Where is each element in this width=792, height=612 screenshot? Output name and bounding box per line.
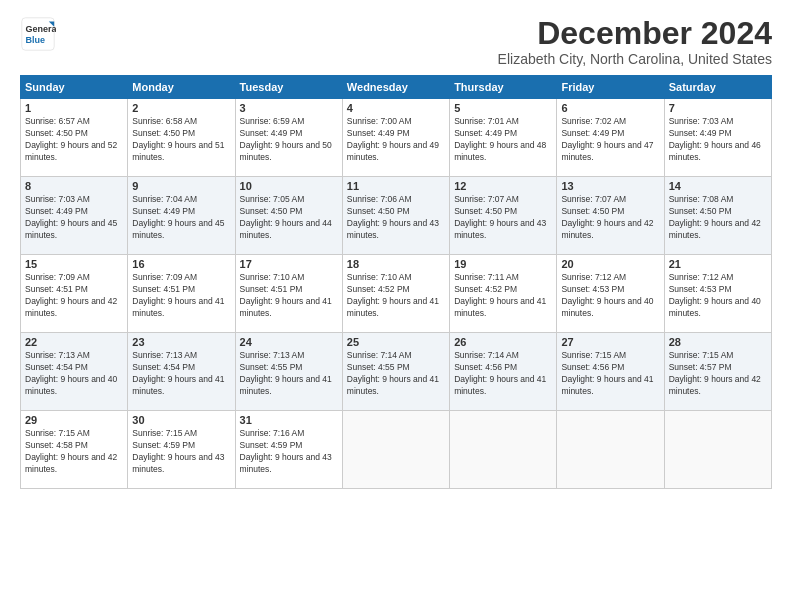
day-number: 16 — [132, 258, 230, 270]
col-header-monday: Monday — [128, 76, 235, 99]
daylight-label: Daylight: 9 hours and 40 minutes. — [561, 296, 653, 318]
calendar-cell — [664, 411, 771, 489]
sunset-label: Sunset: 4:49 PM — [240, 128, 303, 138]
sunrise-label: Sunrise: 7:15 AM — [669, 350, 734, 360]
sunset-label: Sunset: 4:49 PM — [25, 206, 88, 216]
calendar-cell: 4 Sunrise: 7:00 AM Sunset: 4:49 PM Dayli… — [342, 99, 449, 177]
calendar-cell — [557, 411, 664, 489]
calendar-cell: 27 Sunrise: 7:15 AM Sunset: 4:56 PM Dayl… — [557, 333, 664, 411]
day-info: Sunrise: 7:05 AM Sunset: 4:50 PM Dayligh… — [240, 194, 338, 242]
day-number: 19 — [454, 258, 552, 270]
calendar-cell: 14 Sunrise: 7:08 AM Sunset: 4:50 PM Dayl… — [664, 177, 771, 255]
day-number: 12 — [454, 180, 552, 192]
daylight-label: Daylight: 9 hours and 43 minutes. — [132, 452, 224, 474]
calendar-week-1: 1 Sunrise: 6:57 AM Sunset: 4:50 PM Dayli… — [21, 99, 772, 177]
day-info: Sunrise: 7:08 AM Sunset: 4:50 PM Dayligh… — [669, 194, 767, 242]
day-number: 20 — [561, 258, 659, 270]
sunset-label: Sunset: 4:50 PM — [454, 206, 517, 216]
sunrise-label: Sunrise: 7:14 AM — [347, 350, 412, 360]
sunrise-label: Sunrise: 7:13 AM — [25, 350, 90, 360]
day-info: Sunrise: 6:58 AM Sunset: 4:50 PM Dayligh… — [132, 116, 230, 164]
daylight-label: Daylight: 9 hours and 45 minutes. — [132, 218, 224, 240]
daylight-label: Daylight: 9 hours and 43 minutes. — [240, 452, 332, 474]
day-info: Sunrise: 7:03 AM Sunset: 4:49 PM Dayligh… — [25, 194, 123, 242]
daylight-label: Daylight: 9 hours and 41 minutes. — [347, 296, 439, 318]
day-info: Sunrise: 7:10 AM Sunset: 4:52 PM Dayligh… — [347, 272, 445, 320]
day-info: Sunrise: 7:14 AM Sunset: 4:56 PM Dayligh… — [454, 350, 552, 398]
calendar-cell: 7 Sunrise: 7:03 AM Sunset: 4:49 PM Dayli… — [664, 99, 771, 177]
logo-icon: General Blue — [20, 16, 56, 52]
daylight-label: Daylight: 9 hours and 42 minutes. — [25, 452, 117, 474]
calendar-cell: 29 Sunrise: 7:15 AM Sunset: 4:58 PM Dayl… — [21, 411, 128, 489]
day-info: Sunrise: 7:07 AM Sunset: 4:50 PM Dayligh… — [454, 194, 552, 242]
day-number: 22 — [25, 336, 123, 348]
day-number: 10 — [240, 180, 338, 192]
sunset-label: Sunset: 4:50 PM — [347, 206, 410, 216]
sunrise-label: Sunrise: 6:58 AM — [132, 116, 197, 126]
day-number: 7 — [669, 102, 767, 114]
sunrise-label: Sunrise: 7:12 AM — [561, 272, 626, 282]
day-number: 11 — [347, 180, 445, 192]
calendar-week-2: 8 Sunrise: 7:03 AM Sunset: 4:49 PM Dayli… — [21, 177, 772, 255]
calendar-cell: 18 Sunrise: 7:10 AM Sunset: 4:52 PM Dayl… — [342, 255, 449, 333]
sunrise-label: Sunrise: 7:10 AM — [347, 272, 412, 282]
sunset-label: Sunset: 4:50 PM — [240, 206, 303, 216]
sunrise-label: Sunrise: 7:05 AM — [240, 194, 305, 204]
day-number: 29 — [25, 414, 123, 426]
sunrise-label: Sunrise: 7:15 AM — [25, 428, 90, 438]
calendar-cell — [450, 411, 557, 489]
day-number: 1 — [25, 102, 123, 114]
sunset-label: Sunset: 4:53 PM — [669, 284, 732, 294]
day-info: Sunrise: 7:02 AM Sunset: 4:49 PM Dayligh… — [561, 116, 659, 164]
day-info: Sunrise: 7:06 AM Sunset: 4:50 PM Dayligh… — [347, 194, 445, 242]
calendar-cell: 26 Sunrise: 7:14 AM Sunset: 4:56 PM Dayl… — [450, 333, 557, 411]
day-number: 23 — [132, 336, 230, 348]
calendar-cell: 21 Sunrise: 7:12 AM Sunset: 4:53 PM Dayl… — [664, 255, 771, 333]
daylight-label: Daylight: 9 hours and 41 minutes. — [132, 374, 224, 396]
calendar-header-row: SundayMondayTuesdayWednesdayThursdayFrid… — [21, 76, 772, 99]
sunset-label: Sunset: 4:50 PM — [669, 206, 732, 216]
daylight-label: Daylight: 9 hours and 50 minutes. — [240, 140, 332, 162]
day-info: Sunrise: 7:13 AM Sunset: 4:55 PM Dayligh… — [240, 350, 338, 398]
calendar-title: December 2024 — [498, 16, 772, 51]
sunrise-label: Sunrise: 7:07 AM — [561, 194, 626, 204]
daylight-label: Daylight: 9 hours and 51 minutes. — [132, 140, 224, 162]
daylight-label: Daylight: 9 hours and 42 minutes. — [25, 296, 117, 318]
sunrise-label: Sunrise: 7:02 AM — [561, 116, 626, 126]
calendar-cell: 10 Sunrise: 7:05 AM Sunset: 4:50 PM Dayl… — [235, 177, 342, 255]
sunset-label: Sunset: 4:49 PM — [132, 206, 195, 216]
day-info: Sunrise: 7:13 AM Sunset: 4:54 PM Dayligh… — [132, 350, 230, 398]
sunrise-label: Sunrise: 7:03 AM — [25, 194, 90, 204]
sunset-label: Sunset: 4:51 PM — [25, 284, 88, 294]
day-info: Sunrise: 7:09 AM Sunset: 4:51 PM Dayligh… — [25, 272, 123, 320]
sunrise-label: Sunrise: 6:57 AM — [25, 116, 90, 126]
sunset-label: Sunset: 4:57 PM — [669, 362, 732, 372]
sunrise-label: Sunrise: 7:08 AM — [669, 194, 734, 204]
sunset-label: Sunset: 4:54 PM — [25, 362, 88, 372]
sunrise-label: Sunrise: 7:09 AM — [132, 272, 197, 282]
sunset-label: Sunset: 4:59 PM — [132, 440, 195, 450]
calendar-cell: 2 Sunrise: 6:58 AM Sunset: 4:50 PM Dayli… — [128, 99, 235, 177]
day-info: Sunrise: 7:12 AM Sunset: 4:53 PM Dayligh… — [669, 272, 767, 320]
title-block: December 2024 Elizabeth City, North Caro… — [498, 16, 772, 67]
day-info: Sunrise: 6:59 AM Sunset: 4:49 PM Dayligh… — [240, 116, 338, 164]
daylight-label: Daylight: 9 hours and 43 minutes. — [347, 218, 439, 240]
sunrise-label: Sunrise: 7:03 AM — [669, 116, 734, 126]
day-number: 9 — [132, 180, 230, 192]
day-number: 26 — [454, 336, 552, 348]
col-header-wednesday: Wednesday — [342, 76, 449, 99]
calendar-cell — [342, 411, 449, 489]
sunset-label: Sunset: 4:54 PM — [132, 362, 195, 372]
sunset-label: Sunset: 4:53 PM — [561, 284, 624, 294]
calendar-cell: 12 Sunrise: 7:07 AM Sunset: 4:50 PM Dayl… — [450, 177, 557, 255]
day-info: Sunrise: 7:00 AM Sunset: 4:49 PM Dayligh… — [347, 116, 445, 164]
day-number: 25 — [347, 336, 445, 348]
sunset-label: Sunset: 4:49 PM — [561, 128, 624, 138]
day-number: 5 — [454, 102, 552, 114]
calendar-cell: 31 Sunrise: 7:16 AM Sunset: 4:59 PM Dayl… — [235, 411, 342, 489]
sunrise-label: Sunrise: 7:10 AM — [240, 272, 305, 282]
day-number: 6 — [561, 102, 659, 114]
daylight-label: Daylight: 9 hours and 40 minutes. — [25, 374, 117, 396]
sunset-label: Sunset: 4:51 PM — [240, 284, 303, 294]
calendar-cell: 8 Sunrise: 7:03 AM Sunset: 4:49 PM Dayli… — [21, 177, 128, 255]
